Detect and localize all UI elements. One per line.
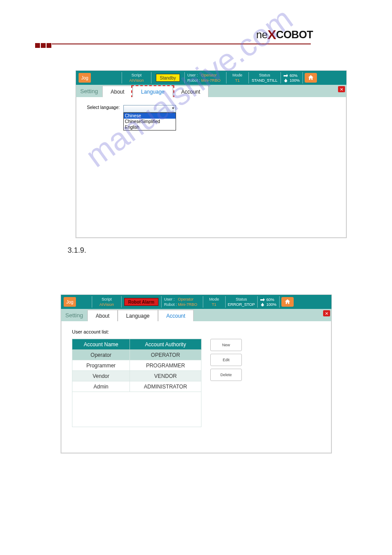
svg-rect-7 [262,305,263,306]
table-row[interactable]: Vendor VENDOR [72,371,201,381]
svg-marker-2 [284,79,288,81]
table-footer-blank [72,392,201,427]
top-bar: Jog Script AIVision Standby User : Opera… [76,71,346,85]
status-label: Status [259,73,270,78]
mode-value: T1 [212,302,216,307]
speed-column: 60% 100% [258,295,279,309]
home-button[interactable] [281,297,294,307]
home-icon [307,74,314,81]
account-settings-window: Jog Script AIVision Robot Alarm User : O… [61,294,332,453]
language-option-chinese[interactable]: Chinese [124,113,176,119]
mode-label: Mode [232,73,242,78]
jog-button[interactable]: Jog [64,297,76,307]
svg-rect-3 [285,81,287,82]
status-value: STAND_STILL [252,78,277,83]
language-settings-window: Jog Script AIVision Standby User : Opera… [76,70,347,238]
robot-value: Mini-7RBO [201,78,220,83]
user-value: Operator [201,73,217,77]
override-icon [284,79,288,82]
status-pill-standby: Standby [156,74,180,82]
status-label: Status [236,297,247,302]
svg-marker-1 [287,74,288,77]
section-number: 3.1.9. [68,246,348,255]
override-icon [260,303,265,306]
page-header: neXCOBOT [0,0,392,44]
user-account-list-label: User account list: [72,329,320,334]
account-table: Account Name Account Authority Operator … [72,339,201,392]
new-button[interactable]: New [210,339,242,351]
delete-button[interactable]: Delete [210,369,242,381]
script-value: AIVision [100,302,114,307]
close-button[interactable]: ✕ [323,310,330,316]
language-select[interactable] [123,105,176,112]
script-value: AIVision [129,78,144,83]
speed-icon [260,298,265,301]
tab-account[interactable]: Account [173,86,209,97]
mode-value: T1 [235,78,240,83]
tab-about[interactable]: About [87,310,118,321]
th-account-name: Account Name [72,339,130,350]
tab-bar: Setting About Language Account ✕ [61,309,331,321]
user-value: Operator [178,297,194,301]
setting-label: Setting [61,309,87,321]
svg-rect-0 [284,75,287,76]
mode-label: Mode [209,297,219,302]
tab-account[interactable]: Account [158,310,194,321]
edit-button[interactable]: Edit [210,354,242,366]
account-panel: User account list: Account Name Account … [61,321,331,453]
robot-label: Robot : [187,78,200,83]
home-icon [284,298,291,305]
user-label: User : [187,73,198,77]
table-row[interactable]: Programmer PROGRAMMER [72,360,201,371]
robot-value: Mini-7RBO [178,302,197,307]
jog-button[interactable]: Jog [79,73,91,83]
tab-bar: Setting About Language Account ✕ [76,85,346,97]
language-panel: Select language: Chinese ChineseSimplifi… [76,97,346,238]
th-account-authority: Account Authority [129,339,201,350]
select-language-label: Select language: [87,105,120,110]
header-rule [35,41,311,47]
close-button[interactable]: ✕ [338,86,345,92]
table-row[interactable]: Admin ADMINISTRATOR [72,381,201,392]
top-bar: Jog Script AIVision Robot Alarm User : O… [61,295,331,309]
table-row[interactable]: Operator OPERATOR [72,350,201,360]
svg-rect-4 [260,299,263,301]
status-value: ERROR_STOP [228,302,255,307]
nexcobot-logo: neXCOBOT [256,27,313,42]
language-option-english[interactable]: English [124,124,176,130]
speed-column: 60% 100% [281,71,302,85]
tab-about[interactable]: About [102,86,133,97]
home-button[interactable] [305,73,317,83]
language-dropdown: Chinese ChineseSimplified English [123,112,176,131]
robot-label: Robot : [164,302,177,307]
script-label: Script [101,297,111,302]
language-option-chinese-simplified[interactable]: ChineseSimplified [124,119,176,124]
setting-label: Setting [76,85,102,97]
svg-marker-6 [261,303,264,305]
script-label: Script [131,73,141,78]
tab-language[interactable]: Language [133,86,173,97]
user-label: User : [164,297,175,301]
speed-icon [284,74,288,77]
header-squares [35,43,51,48]
svg-marker-5 [263,298,265,301]
status-pill-alarm: Robot Alarm [124,298,158,306]
tab-language[interactable]: Language [118,310,158,321]
